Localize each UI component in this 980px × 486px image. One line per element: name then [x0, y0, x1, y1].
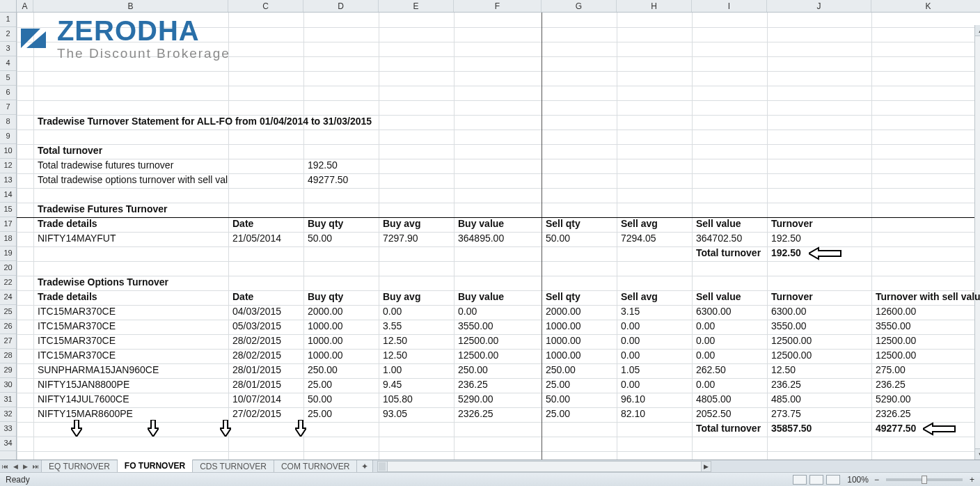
row-header-17[interactable]: 17 [0, 217, 16, 232]
opt-row-ts: 5290.00 [874, 393, 913, 407]
opt-hdr-ba: Buy avg [381, 290, 422, 305]
row-header-6[interactable]: 6 [0, 86, 16, 100]
row-header-14[interactable]: 14 [0, 188, 16, 203]
arrow-down-icon-3 [220, 420, 231, 437]
horizontal-scrollbar[interactable]: ◀▶ [377, 461, 711, 472]
insert-sheet-button[interactable]: ✦ [357, 460, 373, 473]
row-header-2[interactable]: 2 [0, 27, 16, 42]
vertical-scrollbar[interactable]: ▲ ▼ [974, 25, 980, 460]
tab-next-icon[interactable]: ▶ [23, 463, 28, 470]
column-header-C[interactable]: C [228, 0, 303, 12]
status-ready: Ready [6, 475, 30, 485]
opt-row-bq: 50.00 [306, 393, 334, 407]
row-header-9[interactable]: 9 [0, 130, 16, 144]
row-header-32[interactable]: 32 [0, 407, 16, 422]
fut-hdr-sq: Sell qty [544, 217, 583, 232]
column-header-B[interactable]: B [33, 0, 228, 12]
spreadsheet-area: 1234567891012131415171819202224252627282… [0, 0, 980, 460]
column-header-D[interactable]: D [303, 0, 379, 12]
row-header-20[interactable]: 20 [0, 261, 16, 276]
column-header-A[interactable]: A [17, 0, 33, 12]
row-header-34[interactable]: 34 [0, 437, 16, 451]
tab-first-icon[interactable]: ⏮ [2, 463, 8, 470]
row-header-5[interactable]: 5 [0, 71, 16, 86]
opt-row-bq: 2000.00 [306, 305, 345, 320]
page-layout-view-button[interactable] [809, 475, 823, 485]
row-header-31[interactable]: 31 [0, 393, 16, 407]
opt-row-ba: 0.00 [381, 305, 404, 320]
row-header-10[interactable]: 10 [0, 144, 16, 159]
row-header-13[interactable]: 13 [0, 173, 16, 188]
cell-grid[interactable]: ZERODHA The Discount Brokerage ▲ ▼ Trade… [17, 13, 980, 460]
opt-row-td: ITC15MAR370CE [35, 334, 118, 349]
zoom-slider[interactable] [886, 478, 963, 481]
page-break-view-button[interactable] [826, 475, 840, 485]
opt-row-bv: 5290.00 [456, 393, 496, 407]
row-header-22[interactable]: 22 [0, 276, 16, 290]
opt-row-sa: 96.10 [619, 393, 647, 407]
opt-total-ts: 49277.50 [874, 422, 918, 437]
select-all-cell[interactable] [0, 0, 16, 13]
fut-row-td: NIFTY14MAYFUT [35, 232, 118, 246]
row-header-8[interactable]: 8 [0, 115, 16, 130]
row-header-33[interactable]: 33 [0, 422, 16, 437]
opt-row-ts: 275.00 [874, 363, 908, 378]
column-header-H[interactable]: H [617, 0, 692, 12]
row-header-7[interactable]: 7 [0, 100, 16, 115]
column-header-K[interactable]: K [871, 0, 980, 12]
opt-hdr-trade: Trade details [35, 290, 100, 305]
brand-name: ZERODHA [57, 17, 230, 45]
opt-hdr-sa: Sell avg [619, 290, 660, 305]
row-header-29[interactable]: 29 [0, 363, 16, 378]
opt-hdr-to: Turnover [769, 290, 815, 305]
zerodha-logo: ZERODHA The Discount Brokerage [19, 17, 230, 61]
column-header-F[interactable]: F [454, 0, 542, 12]
column-header-J[interactable]: J [767, 0, 871, 12]
row-header-15[interactable]: 15 [0, 203, 16, 217]
opt-row-ba: 12.50 [381, 334, 409, 349]
tab-prev-icon[interactable]: ◀ [13, 463, 18, 470]
opt-row-sq: 250.00 [544, 363, 578, 378]
row-header-12[interactable]: 12 [0, 159, 16, 173]
zoom-out-button[interactable]: − [874, 475, 879, 485]
row-header-1[interactable]: 1 [0, 13, 16, 27]
column-header-I[interactable]: I [692, 0, 767, 12]
column-header-G[interactable]: G [542, 0, 617, 12]
row-header-27[interactable]: 27 [0, 334, 16, 349]
opt-row-sq: 25.00 [544, 407, 572, 422]
sheet-tab-fo-turnover[interactable]: FO TURNOVER [118, 460, 193, 473]
sheet-tab-com-turnover[interactable]: COM TURNOVER [274, 460, 357, 473]
fut-hdr-to: Turnover [769, 217, 815, 232]
scroll-right-button[interactable]: ▶ [701, 462, 711, 471]
normal-view-button[interactable] [793, 475, 807, 485]
fut-row-date: 21/05/2014 [230, 232, 283, 246]
scroll-up-button[interactable]: ▲ [975, 25, 980, 36]
opt-row-bv: 250.00 [456, 363, 490, 378]
zoom-level: 100% [847, 475, 869, 485]
row-header-18[interactable]: 18 [0, 232, 16, 246]
opt-row-bq: 250.00 [306, 363, 340, 378]
fut-hdr-sa: Sell avg [619, 217, 660, 232]
column-header-E[interactable]: E [379, 0, 454, 12]
sheet-tab-cds-turnover[interactable]: CDS TURNOVER [193, 460, 274, 473]
row-header-3[interactable]: 3 [0, 42, 16, 56]
opt-row-sq: 1000.00 [544, 320, 583, 334]
row-header-19[interactable]: 19 [0, 246, 16, 261]
sheet-tab-eq-turnover[interactable]: EQ TURNOVER [42, 460, 118, 473]
fut-hdr-trade: Trade details [35, 217, 100, 232]
opt-row-to: 236.25 [769, 378, 803, 393]
tab-last-icon[interactable]: ⏭ [33, 463, 39, 470]
row-header-25[interactable]: 25 [0, 305, 16, 320]
row-header-24[interactable]: 24 [0, 290, 16, 305]
zoom-in-button[interactable]: + [970, 475, 974, 485]
row-header-28[interactable]: 28 [0, 349, 16, 363]
opt-row-sv: 6300.00 [694, 305, 734, 320]
row-header-4[interactable]: 4 [0, 56, 16, 71]
tab-nav-buttons[interactable]: ⏮ ◀ ▶ ⏭ [0, 460, 42, 472]
freeze-pane-line [542, 13, 542, 460]
row-header-26[interactable]: 26 [0, 320, 16, 334]
fut-row-bv: 364895.00 [456, 232, 506, 246]
row-header-30[interactable]: 30 [0, 378, 16, 393]
scroll-down-button[interactable]: ▼ [975, 448, 980, 460]
opt-row-bq: 1000.00 [306, 334, 345, 349]
